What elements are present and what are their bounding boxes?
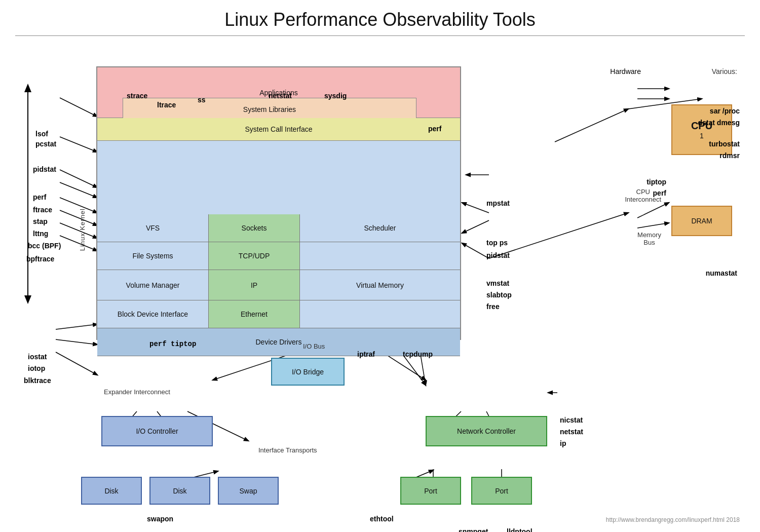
- tool-lldptool: lldptool: [507, 527, 533, 532]
- row-block: Block Device Interface Ethernet: [97, 300, 460, 328]
- tool-ethtool: ethtool: [370, 515, 394, 523]
- network-controller-box: Network Controller: [426, 416, 547, 446]
- tool-lsof: lsof: [35, 130, 48, 138]
- cell-ip: IP: [209, 270, 300, 300]
- network-controller-label: Network Controller: [457, 427, 516, 435]
- sockets-label: Sockets: [242, 224, 267, 232]
- various-text: Various:: [712, 67, 737, 75]
- tool-iotop: iotop: [28, 364, 45, 372]
- io-controller-box: I/O Controller: [101, 416, 213, 446]
- expander-label: Expander Interconnect: [104, 388, 170, 396]
- various-label: Various:: [712, 67, 737, 75]
- tool-bpftrace: bpftrace: [26, 255, 54, 263]
- tool-sar-proc: sar /proc: [710, 107, 740, 115]
- tool-numastat: numastat: [706, 269, 737, 277]
- cell-eth: Ethernet: [209, 300, 300, 328]
- tool-blktrace: blktrace: [24, 376, 51, 385]
- vfs-label: VFS: [146, 224, 160, 232]
- scheduler-label: Scheduler: [364, 224, 396, 232]
- interface-transports-label: Interface Transports: [258, 446, 317, 454]
- block-label: Block Device Interface: [118, 310, 188, 318]
- tool-netstat: netstat: [269, 92, 292, 100]
- tool-dstat-dmesg: dstat dmesg: [698, 119, 740, 127]
- page-title: Linux Performance Observability Tools: [0, 0, 760, 35]
- tool-ss: ss: [198, 96, 206, 104]
- vol-label: Volume Manager: [126, 281, 180, 289]
- cpu-number: 1: [700, 132, 704, 140]
- fs-label: File Systems: [132, 252, 173, 260]
- tool-ftrace: ftrace: [33, 206, 52, 214]
- row-vol: Volume Manager IP Virtual Memory: [97, 270, 460, 300]
- kernel-area: VFS Sockets Scheduler File Systems TCP/U…: [97, 141, 460, 341]
- tool-pidstat-right: pidstat: [486, 251, 510, 259]
- row-fs: File Systems TCP/UDP: [97, 242, 460, 270]
- dram-label: DRAM: [691, 217, 712, 225]
- port1-label: Port: [424, 487, 437, 495]
- cell-scheduler: Scheduler: [300, 214, 460, 242]
- cell-sockets: Sockets: [209, 214, 300, 242]
- row-vfs: VFS Sockets Scheduler: [97, 214, 460, 242]
- tool-rdmsr: rdmsr: [719, 151, 740, 160]
- tool-mpstat: mpstat: [486, 199, 510, 207]
- syscall-label: System Call Interface: [245, 125, 312, 133]
- devdrivers-label: Device Drivers: [255, 338, 301, 346]
- tool-ip-bottom: ip: [560, 439, 566, 447]
- cell-empty2: [300, 300, 460, 328]
- tool-pidstat-left: pidstat: [33, 165, 56, 173]
- io-bus-label: I/O Bus: [303, 343, 325, 350]
- port-box-1: Port: [400, 477, 461, 505]
- kernel-label: Linux Kernel: [79, 208, 86, 251]
- hardware-label: Hardware: [610, 67, 641, 75]
- os-box: Applications System Libraries System Cal…: [96, 66, 461, 340]
- tool-stap: stap: [33, 217, 48, 225]
- tool-free: free: [486, 302, 500, 311]
- disk-box-1: Disk: [81, 477, 142, 505]
- io-controller-label: I/O Controller: [136, 427, 178, 435]
- cell-fs: File Systems: [97, 242, 209, 270]
- virtmem-label: Virtual Memory: [356, 281, 404, 289]
- tool-perf-top: perf: [428, 125, 441, 133]
- tool-strace: strace: [127, 92, 147, 100]
- cell-empty1: [300, 242, 460, 270]
- ip-label: IP: [251, 281, 257, 289]
- footer: http://www.brendangregg.com/linuxperf.ht…: [606, 516, 740, 523]
- tool-perf-left: perf: [33, 193, 46, 201]
- tool-pcstat: pcstat: [35, 140, 56, 148]
- tool-nicstat: nicstat: [560, 416, 583, 424]
- tool-lttng: lttng: [33, 230, 48, 238]
- tool-turbostat: turbostat: [709, 140, 740, 148]
- tcpudp-label: TCP/UDP: [239, 252, 270, 260]
- tool-snmpget: snmpget: [459, 527, 488, 532]
- main-container: Operating System Hardware Various: Appli…: [0, 36, 760, 527]
- tool-tiptop-right: tiptop: [647, 178, 666, 186]
- cell-vol: Volume Manager: [97, 270, 209, 300]
- io-bridge-label: I/O Bridge: [292, 368, 324, 376]
- eth-label: Ethernet: [241, 310, 268, 318]
- tool-perf-tiptop: perf tiptop: [149, 340, 196, 348]
- layer-syscall: System Call Interface: [97, 118, 460, 141]
- disk1-label: Disk: [104, 487, 118, 495]
- tool-slabtop: slabtop: [486, 291, 512, 299]
- cell-block: Block Device Interface: [97, 300, 209, 328]
- tool-vmstat: vmstat: [486, 279, 509, 287]
- tool-iptraf: iptraf: [357, 350, 375, 358]
- tool-bcc: bcc (BPF): [28, 242, 61, 250]
- port-box-2: Port: [471, 477, 532, 505]
- swap-box: Swap: [218, 477, 279, 505]
- tool-ltrace: ltrace: [157, 101, 176, 109]
- tool-perf-right: perf: [653, 189, 666, 197]
- tool-tcpdump: tcpdump: [403, 350, 433, 358]
- tool-netstat-bottom: netstat: [560, 428, 583, 436]
- io-bridge-box: I/O Bridge: [271, 358, 345, 386]
- tool-sysdig: sysdig: [324, 92, 347, 100]
- dram-box: DRAM: [671, 206, 732, 236]
- disk-box-2: Disk: [149, 477, 210, 505]
- cell-tcpudp: TCP/UDP: [209, 242, 300, 270]
- tool-top-ps: top ps: [486, 239, 508, 247]
- tool-iostat: iostat: [28, 353, 47, 361]
- swap-label: Swap: [239, 487, 257, 495]
- disk2-label: Disk: [173, 487, 186, 495]
- tool-swapon: swapon: [147, 515, 173, 523]
- memory-bus-label: MemoryBus: [637, 231, 661, 246]
- cell-virtmem: Virtual Memory: [300, 270, 460, 300]
